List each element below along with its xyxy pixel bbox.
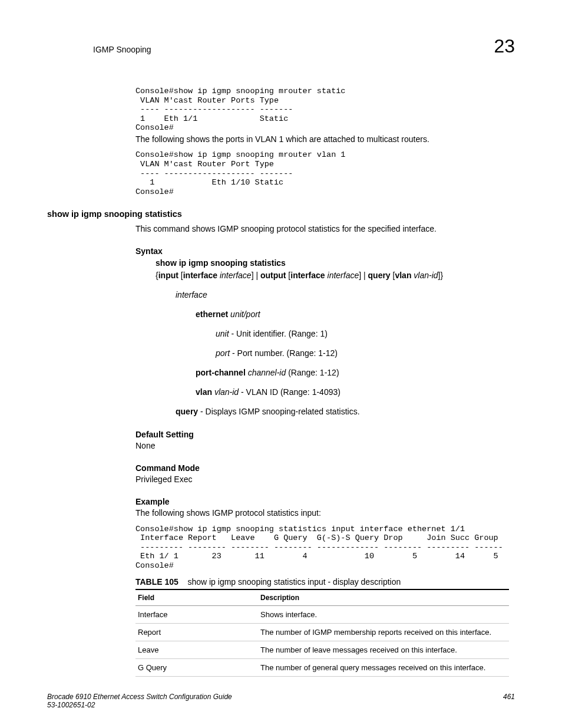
example-intro: The following shows IGMP protocol statis… (135, 508, 509, 519)
console-output-1: Console#show ip igmp snooping mrouter st… (135, 87, 509, 133)
default-setting-heading: Default Setting (135, 430, 509, 439)
param-vlan: vlan vlan-id - VLAN ID (Range: 1-4093) (196, 386, 509, 398)
command-mode-heading: Command Mode (135, 463, 509, 473)
header-section: IGMP Snooping (47, 45, 151, 54)
param-interface: interface (176, 289, 509, 301)
footer-title: Brocade 6910 Ethernet Access Switch Conf… (47, 693, 232, 701)
table-row: Report The number of IGMP membership rep… (135, 624, 509, 641)
page-footer: Brocade 6910 Ethernet Access Switch Conf… (47, 693, 515, 709)
syntax-heading: Syntax (135, 246, 509, 256)
console-output-2: Console#show ip igmp snooping mrouter vl… (135, 150, 509, 196)
footer-docnum: 53-1002651-02 (47, 701, 232, 709)
paragraph: The following shows the ports in VLAN 1 … (135, 134, 509, 145)
param-query: query - Displays IGMP snooping-related s… (176, 406, 509, 418)
param-port-channel: port-channel channel-id (Range: 1-12) (196, 367, 509, 379)
param-ethernet: ethernet unit/port (196, 308, 509, 321)
command-description: This command shows IGMP snooping protoco… (135, 223, 509, 235)
command-heading: show ip igmp snooping statistics (47, 209, 515, 219)
syntax-args: {input [interface interface] | output [i… (156, 269, 509, 282)
example-heading: Example (135, 497, 509, 506)
description-table: Field Description Interface Shows interf… (135, 589, 509, 677)
table-caption: TABLE 105 show ip igmp snooping statisti… (135, 577, 509, 587)
default-setting-value: None (135, 440, 509, 452)
table-row: Interface Shows interface. (135, 606, 509, 624)
syntax-command: show ip igmp snooping statistics (156, 257, 509, 269)
header-chapter: 23 (494, 35, 515, 57)
syntax-block: show ip igmp snooping statistics {input … (156, 257, 509, 418)
console-output-3: Console#show ip igmp snooping statistics… (135, 525, 509, 571)
table-header-field: Field (135, 589, 258, 606)
footer-page-number: 461 (503, 693, 515, 709)
command-mode-value: Privileged Exec (135, 474, 509, 485)
running-header: IGMP Snooping 23 (47, 35, 515, 57)
table-header-desc: Description (258, 589, 509, 606)
table-row: Leave The number of leave messages recei… (135, 641, 509, 659)
table-row: G Query The number of general query mess… (135, 659, 509, 677)
param-unit: unit - Unit identifier. (Range: 1) (216, 328, 509, 340)
param-port: port - Port number. (Range: 1-12) (216, 347, 509, 360)
